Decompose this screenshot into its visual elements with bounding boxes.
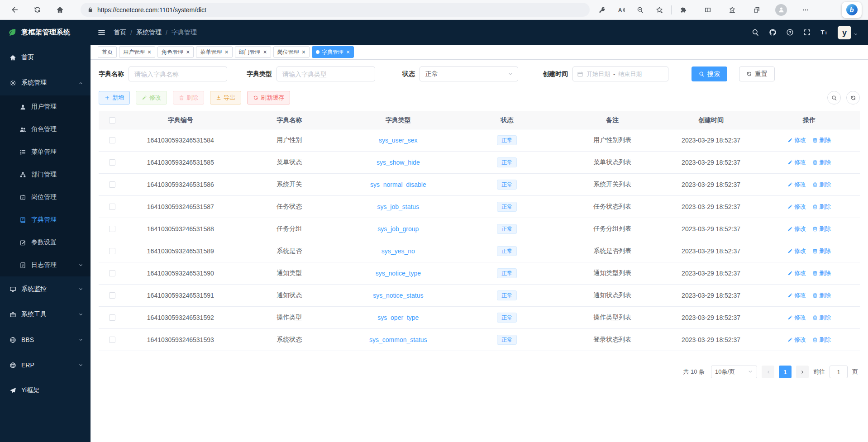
row-delete-button[interactable]: 删除 [812,314,831,322]
row-edit-button[interactable]: 修改 [787,203,806,211]
zoom-button[interactable] [632,2,649,18]
row-delete-button[interactable]: 删除 [812,181,831,189]
dict-type-link[interactable]: sys_common_status [369,336,427,343]
row-checkbox[interactable] [109,270,115,276]
row-checkbox[interactable] [109,204,115,210]
row-edit-button[interactable]: 修改 [787,247,806,255]
row-checkbox[interactable] [109,181,115,188]
split-screen-button[interactable] [700,2,716,18]
row-edit-button[interactable]: 修改 [787,314,806,322]
sidebar-item-dept[interactable]: 部门管理 [0,163,91,186]
sidebar-item-yi[interactable]: Yi框架 [0,378,91,403]
row-checkbox[interactable] [109,314,115,321]
sidebar-item-menu[interactable]: 菜单管理 [0,141,91,163]
row-delete-button[interactable]: 删除 [812,291,831,299]
sidebar-item-dict[interactable]: 字典管理 [0,209,91,231]
row-edit-button[interactable]: 修改 [787,181,806,189]
font-size-button[interactable]: TT [820,29,828,36]
add-button[interactable]: 新增 [99,91,130,105]
header-search-button[interactable] [752,29,759,36]
sidebar-item-monitor[interactable]: 系统监控 [0,276,91,302]
tab-post[interactable]: 岗位管理× [273,46,310,58]
fullscreen-button[interactable] [803,29,811,36]
dict-type-link[interactable]: sys_normal_disable [370,181,426,188]
dict-type-link[interactable]: sys_show_hide [377,159,420,166]
dict-name-input[interactable] [129,67,227,81]
row-delete-button[interactable]: 删除 [812,203,831,211]
read-aloud-button[interactable]: A [613,2,630,18]
dict-type-link[interactable]: sys_oper_type [377,314,419,321]
tab-role[interactable]: 角色管理× [157,46,194,58]
edit-button[interactable]: 修改 [136,91,167,105]
extensions-button[interactable] [675,2,692,18]
goto-page-input[interactable] [830,366,848,378]
favorite-button[interactable] [651,2,668,18]
sidebar-item-tool[interactable]: 系统工具 [0,302,91,327]
refresh-table-button[interactable] [846,91,860,105]
refresh-button[interactable] [29,2,45,18]
help-button[interactable] [786,29,794,36]
dict-type-link[interactable]: sys_yes_no [382,247,415,255]
tab-user[interactable]: 用户管理× [119,46,155,58]
page-size-select[interactable]: 10条/页 [711,366,757,378]
sidebar-item-home[interactable]: 首页 [0,45,91,70]
row-edit-button[interactable]: 修改 [787,291,806,299]
dict-type-link[interactable]: sys_notice_type [376,270,421,277]
row-checkbox[interactable] [109,159,115,166]
github-button[interactable] [769,29,777,36]
favorites-bar-button[interactable] [724,2,740,18]
sidebar-item-role[interactable]: 角色管理 [0,118,91,141]
sidebar-item-erp[interactable]: ERP [0,352,91,378]
sidebar-item-log[interactable]: 日志管理 [0,254,91,276]
dict-type-link[interactable]: sys_notice_status [373,292,423,299]
sidebar-item-post[interactable]: 岗位管理 [0,186,91,209]
row-delete-button[interactable]: 删除 [812,269,831,277]
tab-close-icon[interactable]: × [302,49,305,55]
sidebar-item-system[interactable]: 系统管理 [0,70,91,95]
tab-close-icon[interactable]: × [346,49,350,55]
sidebar-item-user[interactable]: 用户管理 [0,95,91,118]
row-delete-button[interactable]: 删除 [812,247,831,255]
row-delete-button[interactable]: 删除 [812,225,831,233]
tab-close-icon[interactable]: × [186,49,190,55]
user-avatar-button[interactable] [838,26,851,39]
delete-button[interactable]: 删除 [173,91,204,105]
row-edit-button[interactable]: 修改 [787,269,806,277]
status-select[interactable]: 正常 [420,67,518,81]
tab-close-icon[interactable]: × [224,49,228,55]
refresh-cache-button[interactable]: 刷新缓存 [247,91,290,105]
row-edit-button[interactable]: 修改 [787,136,806,144]
row-checkbox[interactable] [109,137,115,143]
toggle-search-button[interactable] [827,91,841,105]
row-checkbox[interactable] [109,248,115,254]
dict-type-input[interactable] [277,67,375,81]
tab-dept[interactable]: 部门管理× [235,46,271,58]
row-edit-button[interactable]: 修改 [787,336,806,344]
page-1-button[interactable]: 1 [779,366,792,378]
breadcrumb-item[interactable]: 首页 [114,29,126,37]
sidebar-item-config[interactable]: 参数设置 [0,231,91,254]
back-button[interactable] [6,2,23,18]
prev-page-button[interactable] [762,366,774,378]
dict-type-link[interactable]: sys_job_status [377,203,420,210]
search-button[interactable]: 搜索 [692,67,727,81]
breadcrumb-item[interactable]: 系统管理 [136,29,162,37]
tab-close-icon[interactable]: × [148,49,151,55]
row-edit-button[interactable]: 修改 [787,158,806,166]
tab-dict[interactable]: 字典管理× [312,46,354,58]
row-delete-button[interactable]: 删除 [812,336,831,344]
tab-home[interactable]: 首页 [98,46,117,58]
row-delete-button[interactable]: 删除 [812,158,831,166]
bing-sidebar-button[interactable] [842,2,862,18]
row-edit-button[interactable]: 修改 [787,225,806,233]
tab-menu[interactable]: 菜单管理× [196,46,232,58]
dict-type-link[interactable]: sys_user_sex [379,137,418,144]
row-delete-button[interactable]: 删除 [812,136,831,144]
row-checkbox[interactable] [109,226,115,232]
reset-button[interactable]: 重置 [739,67,775,81]
row-checkbox[interactable] [109,292,115,299]
export-button[interactable]: 导出 [210,91,241,105]
profile-button[interactable] [773,2,789,18]
sidebar-item-bbs[interactable]: BBS [0,327,91,352]
dict-type-link[interactable]: sys_job_group [377,225,419,233]
